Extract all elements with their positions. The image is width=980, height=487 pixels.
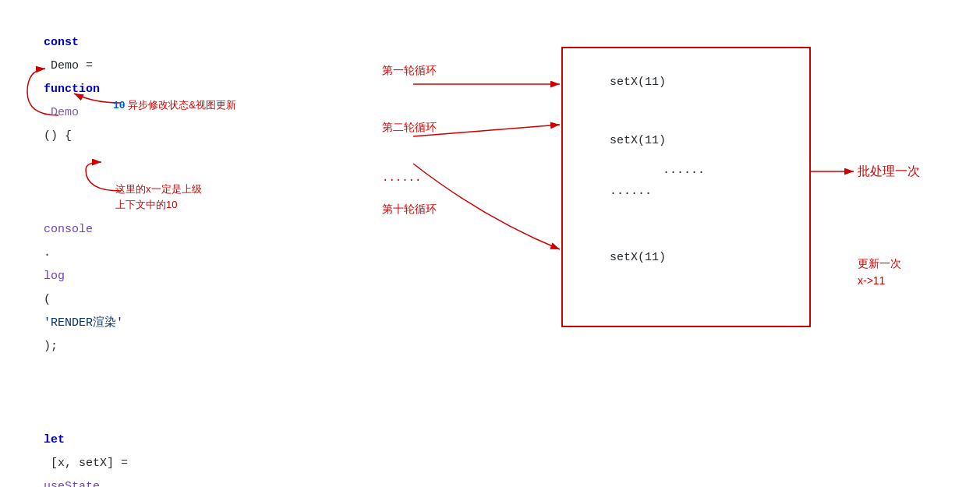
diagram-box: setX(11) setX(11) ...... setX(11)	[561, 47, 811, 327]
label-update-block: 更新一次 x->11	[858, 257, 901, 287]
label-loop1: 第一轮循环	[382, 64, 437, 78]
label-loop10: 第十轮循环	[382, 203, 437, 217]
keyword-let: let	[44, 433, 65, 446]
code-text	[44, 410, 58, 423]
log-method: log	[44, 270, 65, 283]
code-text	[44, 199, 58, 213]
diagram-setx2: setX(11)	[610, 134, 666, 147]
annotation-number-10: 10	[113, 100, 126, 111]
diagram-setx1: setX(11)	[610, 76, 666, 89]
diagram-dots-middle: ......	[382, 171, 421, 184]
label-loop2: 第二轮循环	[382, 121, 437, 135]
annotation-ctx-line1: 这里的x一定是上级	[115, 182, 202, 197]
code-line-1: const Demo = function Demo () {	[16, 8, 515, 171]
code-text: [x, setX] =	[44, 457, 135, 470]
string-literal: 'RENDER渲染'	[44, 316, 123, 330]
code-text: () {	[44, 129, 72, 143]
annotation-async-text: 异步修改状态&视图更新	[128, 99, 236, 111]
label-batch: 批处理一次	[858, 164, 920, 180]
diagram-dots1: ......	[610, 185, 652, 198]
keyword-function: function	[44, 83, 100, 96]
annotation-ctx-line2: 上下文中的10	[115, 197, 202, 213]
fn-name: Demo	[44, 106, 79, 119]
code-text: .	[44, 246, 51, 259]
code-line-2: console . log ( 'RENDER渲染' );	[16, 171, 515, 382]
annotation-line4-text: 10 异步修改状态&视图更新	[113, 98, 236, 112]
code-line-3: let [x, setX] = useState ( 10 );	[16, 382, 515, 487]
label-x11: x->11	[858, 274, 901, 287]
code-editor: const Demo = function Demo () { console …	[0, 0, 530, 487]
diagram-dots-right: ......	[663, 164, 705, 177]
annotation-context-block: 这里的x一定是上级 上下文中的10	[115, 182, 202, 213]
usestate-call: useState	[44, 480, 100, 487]
code-text: );	[44, 340, 58, 353]
code-text: (	[44, 293, 51, 306]
keyword-const: const	[44, 36, 79, 49]
diagram-setx3: setX(11)	[610, 251, 666, 264]
code-text: Demo =	[44, 59, 100, 72]
console-log: console	[44, 223, 93, 236]
label-update: 更新一次	[858, 257, 901, 271]
